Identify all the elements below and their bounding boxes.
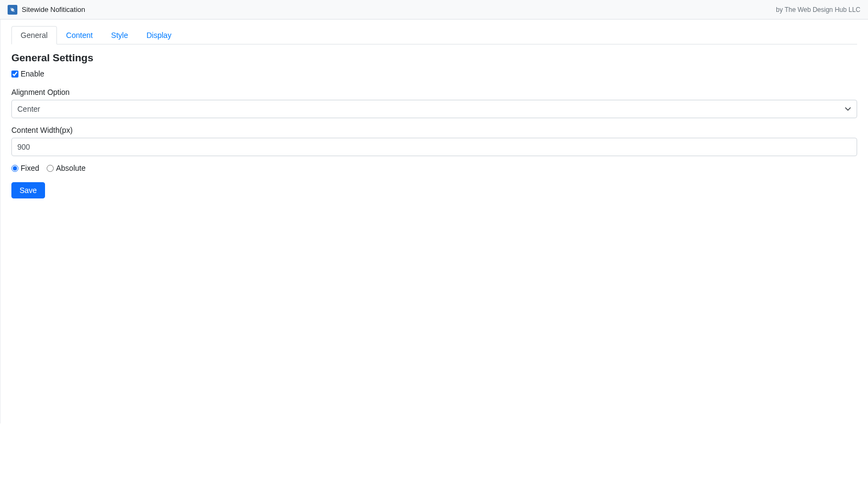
position-fixed-item: Fixed [11,164,39,172]
alignment-select[interactable]: Center [11,100,857,118]
app-title: Sitewide Nofitication [22,5,85,14]
topbar: Sitewide Nofitication by The Web Design … [0,0,868,20]
tab-content[interactable]: Content [57,26,102,44]
topbar-byline: by The Web Design Hub LLC [776,6,860,14]
tabs: General Content Style Display [11,26,857,44]
content-width-label: Content Width(px) [11,126,857,134]
enable-row: Enable [11,69,857,78]
alignment-label: Alignment Option [11,88,857,97]
alignment-group: Alignment Option Center [11,88,857,118]
position-row: Fixed Absolute [11,164,857,172]
save-button[interactable]: Save [11,182,45,198]
topbar-left: Sitewide Nofitication [8,5,85,15]
enable-checkbox[interactable] [11,70,18,78]
tab-style[interactable]: Style [102,26,137,44]
tab-general[interactable]: General [11,26,57,44]
enable-label: Enable [21,69,44,78]
position-absolute-item: Absolute [47,164,85,172]
tab-display[interactable]: Display [137,26,181,44]
svg-point-2 [14,10,15,11]
content-width-group: Content Width(px) [11,126,857,156]
position-fixed-radio[interactable] [11,165,18,172]
position-absolute-label: Absolute [56,164,85,172]
app-logo-icon [8,5,17,15]
position-absolute-radio[interactable] [47,165,54,172]
svg-point-1 [11,8,12,9]
page-heading: General Settings [11,52,857,64]
position-fixed-label: Fixed [21,164,39,172]
content-width-input[interactable] [11,138,857,156]
